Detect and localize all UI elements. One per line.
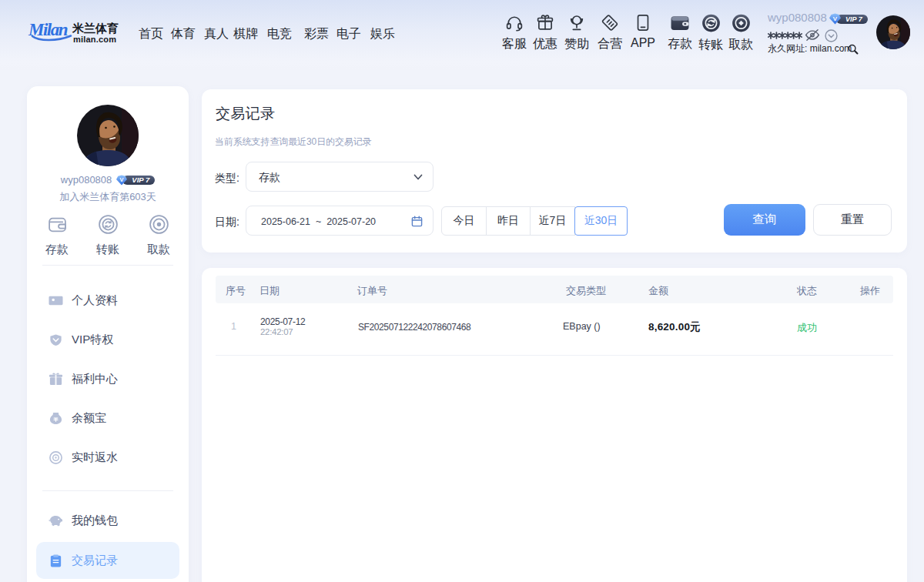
svg-text:V: V [833, 15, 838, 22]
svg-text:V: V [120, 176, 124, 183]
